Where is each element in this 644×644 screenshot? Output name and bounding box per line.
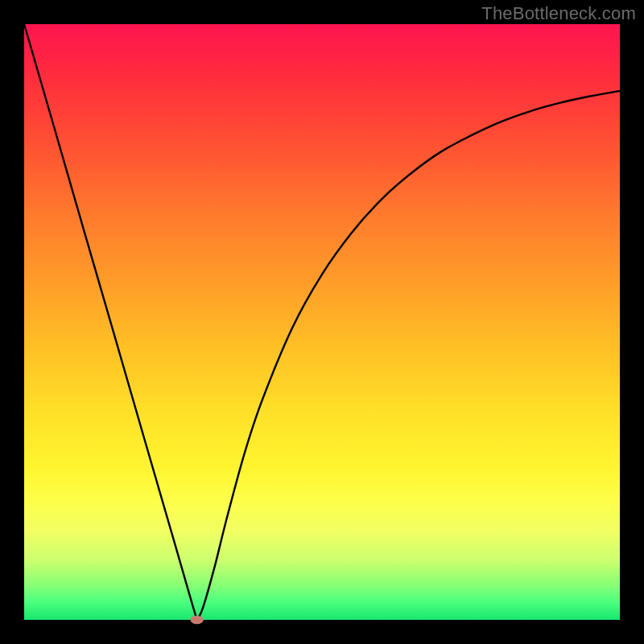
watermark-text: TheBottleneck.com <box>481 3 636 24</box>
chart-frame: TheBottleneck.com <box>0 0 644 644</box>
bottleneck-curve-path <box>24 24 620 620</box>
plot-area <box>24 24 620 620</box>
curve-svg <box>24 24 620 620</box>
optimal-point-marker <box>190 616 203 624</box>
